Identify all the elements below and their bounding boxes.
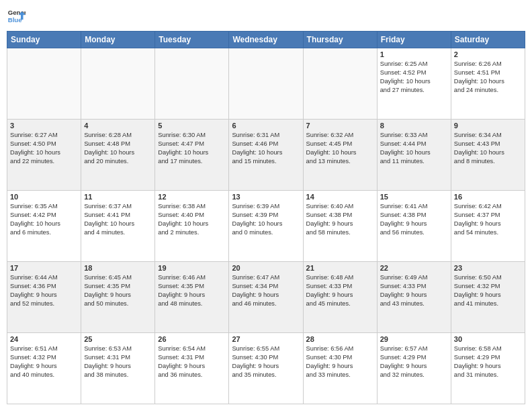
day-number: 20 [232, 264, 300, 272]
weekday-header-row: SundayMondayTuesdayWednesdayThursdayFrid… [7, 32, 525, 48]
calendar-week-4: 17Sunrise: 6:44 AMSunset: 4:36 PMDayligh… [7, 262, 525, 333]
calendar-cell: 2Sunrise: 6:26 AMSunset: 4:51 PMDaylight… [451, 48, 525, 120]
day-info: Sunrise: 6:57 AMSunset: 4:29 PMDaylight:… [380, 345, 448, 379]
day-number: 29 [380, 335, 448, 343]
day-info: Sunrise: 6:46 AMSunset: 4:35 PMDaylight:… [158, 273, 226, 308]
calendar-cell: 7Sunrise: 6:32 AMSunset: 4:45 PMDaylight… [303, 120, 377, 191]
calendar-cell: 10Sunrise: 6:35 AMSunset: 4:42 PMDayligh… [7, 191, 81, 262]
day-info: Sunrise: 6:40 AMSunset: 4:38 PMDaylight:… [306, 202, 374, 237]
calendar-cell: 6Sunrise: 6:31 AMSunset: 4:46 PMDaylight… [229, 120, 303, 191]
calendar-cell: 16Sunrise: 6:42 AMSunset: 4:37 PMDayligh… [451, 191, 525, 262]
calendar-cell [81, 48, 155, 120]
day-info: Sunrise: 6:38 AMSunset: 4:40 PMDaylight:… [158, 202, 226, 237]
day-info: Sunrise: 6:28 AMSunset: 4:48 PMDaylight:… [84, 131, 152, 166]
calendar-cell: 12Sunrise: 6:38 AMSunset: 4:40 PMDayligh… [155, 191, 229, 262]
page-header: General Blue [7, 7, 525, 26]
day-info: Sunrise: 6:56 AMSunset: 4:30 PMDaylight:… [306, 345, 374, 379]
calendar-cell: 28Sunrise: 6:56 AMSunset: 4:30 PMDayligh… [303, 333, 377, 404]
calendar-cell [303, 48, 377, 120]
weekday-header-wednesday: Wednesday [229, 32, 303, 48]
calendar-cell: 24Sunrise: 6:51 AMSunset: 4:32 PMDayligh… [7, 333, 81, 404]
day-number: 22 [380, 264, 448, 272]
calendar-cell: 4Sunrise: 6:28 AMSunset: 4:48 PMDaylight… [81, 120, 155, 191]
calendar-cell: 19Sunrise: 6:46 AMSunset: 4:35 PMDayligh… [155, 262, 229, 333]
day-info: Sunrise: 6:51 AMSunset: 4:32 PMDaylight:… [10, 345, 78, 379]
calendar-cell: 14Sunrise: 6:40 AMSunset: 4:38 PMDayligh… [303, 191, 377, 262]
calendar-week-5: 24Sunrise: 6:51 AMSunset: 4:32 PMDayligh… [7, 333, 525, 404]
calendar-cell: 3Sunrise: 6:27 AMSunset: 4:50 PMDaylight… [7, 120, 81, 191]
day-info: Sunrise: 6:25 AMSunset: 4:52 PMDaylight:… [380, 60, 448, 95]
day-number: 7 [306, 122, 374, 130]
day-info: Sunrise: 6:26 AMSunset: 4:51 PMDaylight:… [454, 60, 522, 95]
calendar-cell: 25Sunrise: 6:53 AMSunset: 4:31 PMDayligh… [81, 333, 155, 404]
calendar-week-1: 1Sunrise: 6:25 AMSunset: 4:52 PMDaylight… [7, 48, 525, 120]
calendar-cell: 17Sunrise: 6:44 AMSunset: 4:36 PMDayligh… [7, 262, 81, 333]
day-number: 4 [84, 122, 152, 130]
day-info: Sunrise: 6:50 AMSunset: 4:32 PMDaylight:… [454, 273, 522, 308]
day-info: Sunrise: 6:45 AMSunset: 4:35 PMDaylight:… [84, 273, 152, 308]
day-number: 19 [158, 264, 226, 272]
weekday-header-tuesday: Tuesday [155, 32, 229, 48]
day-number: 18 [84, 264, 152, 272]
day-info: Sunrise: 6:47 AMSunset: 4:34 PMDaylight:… [232, 273, 300, 308]
weekday-header-saturday: Saturday [451, 32, 525, 48]
day-number: 16 [454, 193, 522, 201]
calendar-cell: 1Sunrise: 6:25 AMSunset: 4:52 PMDaylight… [377, 48, 451, 120]
day-number: 28 [306, 335, 374, 343]
calendar-cell: 9Sunrise: 6:34 AMSunset: 4:43 PMDaylight… [451, 120, 525, 191]
day-number: 21 [306, 264, 374, 272]
day-number: 24 [10, 335, 78, 343]
day-info: Sunrise: 6:58 AMSunset: 4:29 PMDaylight:… [454, 345, 522, 379]
day-number: 12 [158, 193, 226, 201]
calendar-week-2: 3Sunrise: 6:27 AMSunset: 4:50 PMDaylight… [7, 120, 525, 191]
day-info: Sunrise: 6:35 AMSunset: 4:42 PMDaylight:… [10, 202, 78, 237]
day-info: Sunrise: 6:54 AMSunset: 4:31 PMDaylight:… [158, 345, 226, 379]
calendar-table: SundayMondayTuesdayWednesdayThursdayFrid… [7, 31, 525, 404]
logo-icon: General Blue [7, 7, 26, 26]
day-info: Sunrise: 6:48 AMSunset: 4:33 PMDaylight:… [306, 273, 374, 308]
weekday-header-thursday: Thursday [303, 32, 377, 48]
calendar-cell: 22Sunrise: 6:49 AMSunset: 4:33 PMDayligh… [377, 262, 451, 333]
day-number: 5 [158, 122, 226, 130]
day-number: 3 [10, 122, 78, 130]
day-number: 26 [158, 335, 226, 343]
calendar-cell [155, 48, 229, 120]
calendar-cell: 11Sunrise: 6:37 AMSunset: 4:41 PMDayligh… [81, 191, 155, 262]
calendar-week-3: 10Sunrise: 6:35 AMSunset: 4:42 PMDayligh… [7, 191, 525, 262]
day-info: Sunrise: 6:42 AMSunset: 4:37 PMDaylight:… [454, 202, 522, 237]
logo: General Blue [7, 7, 26, 26]
day-number: 27 [232, 335, 300, 343]
day-number: 1 [380, 50, 448, 58]
day-info: Sunrise: 6:44 AMSunset: 4:36 PMDaylight:… [10, 273, 78, 308]
day-number: 10 [10, 193, 78, 201]
day-number: 9 [454, 122, 522, 130]
calendar-cell: 29Sunrise: 6:57 AMSunset: 4:29 PMDayligh… [377, 333, 451, 404]
day-info: Sunrise: 6:33 AMSunset: 4:44 PMDaylight:… [380, 131, 448, 166]
calendar-cell: 5Sunrise: 6:30 AMSunset: 4:47 PMDaylight… [155, 120, 229, 191]
day-number: 2 [454, 50, 522, 58]
day-info: Sunrise: 6:53 AMSunset: 4:31 PMDaylight:… [84, 345, 152, 379]
day-info: Sunrise: 6:37 AMSunset: 4:41 PMDaylight:… [84, 202, 152, 237]
day-number: 25 [84, 335, 152, 343]
day-number: 14 [306, 193, 374, 201]
calendar-cell: 26Sunrise: 6:54 AMSunset: 4:31 PMDayligh… [155, 333, 229, 404]
calendar-cell [229, 48, 303, 120]
day-info: Sunrise: 6:27 AMSunset: 4:50 PMDaylight:… [10, 131, 78, 166]
calendar-cell: 30Sunrise: 6:58 AMSunset: 4:29 PMDayligh… [451, 333, 525, 404]
calendar-cell: 27Sunrise: 6:55 AMSunset: 4:30 PMDayligh… [229, 333, 303, 404]
day-number: 8 [380, 122, 448, 130]
calendar-cell: 21Sunrise: 6:48 AMSunset: 4:33 PMDayligh… [303, 262, 377, 333]
day-number: 11 [84, 193, 152, 201]
day-number: 30 [454, 335, 522, 343]
calendar-cell: 8Sunrise: 6:33 AMSunset: 4:44 PMDaylight… [377, 120, 451, 191]
weekday-header-sunday: Sunday [7, 32, 81, 48]
day-info: Sunrise: 6:30 AMSunset: 4:47 PMDaylight:… [158, 131, 226, 166]
day-number: 17 [10, 264, 78, 272]
calendar-cell: 15Sunrise: 6:41 AMSunset: 4:38 PMDayligh… [377, 191, 451, 262]
calendar-page: General Blue SundayMondayTuesdayWednesda… [0, 0, 532, 411]
day-number: 15 [380, 193, 448, 201]
day-info: Sunrise: 6:55 AMSunset: 4:30 PMDaylight:… [232, 345, 300, 379]
calendar-cell: 20Sunrise: 6:47 AMSunset: 4:34 PMDayligh… [229, 262, 303, 333]
day-info: Sunrise: 6:41 AMSunset: 4:38 PMDaylight:… [380, 202, 448, 237]
day-info: Sunrise: 6:32 AMSunset: 4:45 PMDaylight:… [306, 131, 374, 166]
